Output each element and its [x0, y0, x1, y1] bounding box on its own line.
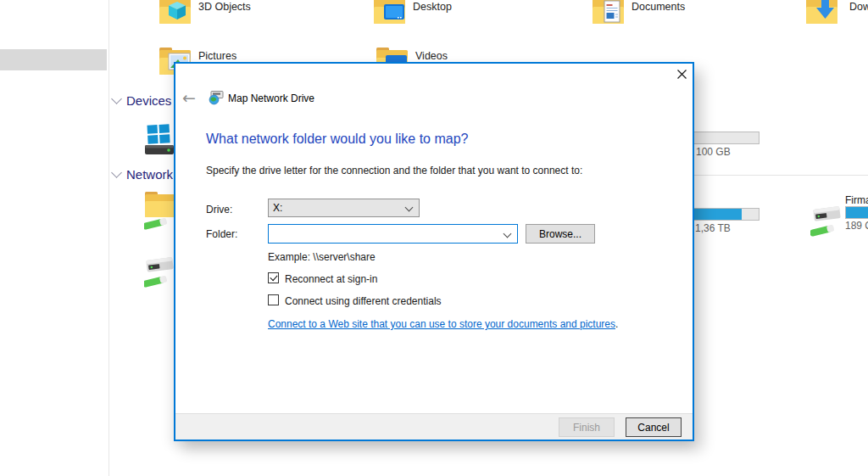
folder-desktop-icon: [373, 0, 407, 31]
example-text: Example: \\server\share: [268, 251, 376, 263]
chevron-down-icon: [111, 93, 122, 104]
explorer-window: Devices Network: [0, 0, 868, 476]
chevron-down-icon: [111, 167, 122, 178]
finish-button[interactable]: Finish: [559, 417, 615, 437]
wizard-heading: What network folder would you like to ma…: [206, 132, 468, 147]
wizard-subheading: Specify the drive letter for the connect…: [206, 165, 582, 176]
tile-label: Pictures: [198, 50, 236, 62]
tile-3d-objects[interactable]: 3D Objects: [159, 0, 303, 34]
close-button[interactable]: [671, 65, 692, 82]
group-header-network[interactable]: Network: [113, 167, 173, 182]
tile-label: 3D Objects: [198, 1, 251, 13]
pane-divider: [108, 0, 109, 476]
reconnect-checkbox-label[interactable]: Reconnect at sign-in: [285, 273, 377, 285]
cancel-button[interactable]: Cancel: [626, 417, 682, 437]
browse-button[interactable]: Browse...: [526, 224, 595, 244]
nav-pane-selected-item[interactable]: [0, 49, 107, 70]
group-header-label: Network: [126, 167, 173, 182]
close-icon: [676, 69, 687, 80]
folder-3d-objects-icon: [159, 0, 192, 31]
tile-desktop[interactable]: Desktop: [373, 0, 517, 34]
drive-select-value: X:: [273, 202, 282, 214]
network-drive-icon[interactable]: [144, 251, 176, 290]
back-button[interactable]: ←: [179, 87, 199, 108]
drive-name-label: Firma: [845, 194, 868, 206]
tile-documents[interactable]: Documents: [592, 0, 736, 34]
folder-documents-icon: [592, 0, 626, 31]
map-network-drive-icon: [209, 90, 224, 105]
back-icon: ←: [182, 88, 196, 107]
link-period: .: [615, 318, 618, 330]
windows-system-drive-icon[interactable]: [143, 122, 175, 156]
connect-website-link[interactable]: Connect to a Web site that you can use t…: [268, 318, 615, 330]
drive-size-label: 100 GB: [696, 146, 731, 158]
dialog-title: Map Network Drive: [228, 92, 314, 104]
drive-select[interactable]: X:: [268, 199, 420, 217]
dialog-footer: [175, 413, 693, 440]
drive-field-label: Drive:: [206, 204, 232, 216]
credentials-checkbox-label[interactable]: Connect using different credentials: [285, 295, 442, 307]
folder-combobox[interactable]: [268, 224, 518, 244]
tile-network-location[interactable]: Firma 189 G: [810, 192, 868, 239]
folder-downloads-icon: [805, 0, 839, 31]
credentials-checkbox[interactable]: [268, 294, 279, 305]
tile-downloads[interactable]: Downloads: [805, 0, 868, 34]
group-header-label: Devices: [126, 93, 171, 108]
folder-field-label: Folder:: [206, 228, 237, 240]
group-header-devices[interactable]: Devices: [113, 93, 171, 108]
tile-label: Videos: [415, 50, 448, 62]
group-separator: [694, 175, 868, 176]
drive-usage-bar: [845, 206, 868, 219]
map-network-drive-dialog: ← Map Network Drive What network folder …: [174, 62, 694, 441]
network-folder-icon[interactable]: [144, 190, 176, 231]
tile-label: Documents: [632, 1, 685, 13]
drive-size-label: 1,36 TB: [695, 222, 731, 234]
tile-label: Desktop: [413, 1, 452, 13]
folder-input[interactable]: [270, 226, 498, 243]
chevron-down-icon: [405, 204, 414, 212]
chevron-down-icon: [504, 230, 512, 238]
checkmark-icon: [270, 273, 277, 281]
network-drive-icon: [810, 200, 844, 239]
tile-label: Downloads: [849, 1, 868, 13]
drive-size-label: 189 G: [845, 220, 868, 232]
reconnect-checkbox[interactable]: [268, 272, 279, 283]
